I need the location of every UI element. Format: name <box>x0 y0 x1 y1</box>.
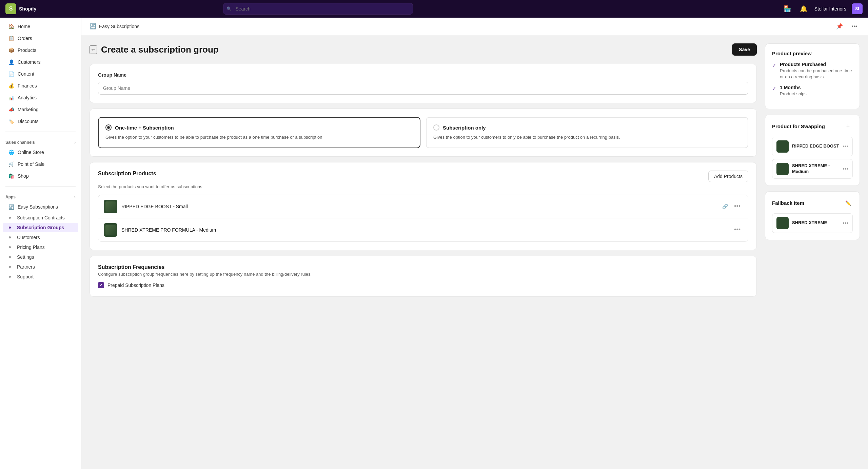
swap-product-name-2: SHRED XTREME - Medium <box>792 163 839 175</box>
prepaid-checkbox[interactable] <box>98 282 104 288</box>
sidebar-item-settings[interactable]: Settings <box>3 252 78 262</box>
page-title-row: ← Create a subscription group <box>90 44 219 55</box>
sidebar-item-content[interactable]: 📄 Content <box>3 68 78 80</box>
page-main: ← Create a subscription group Save Group… <box>90 43 757 461</box>
app-header-bar: 🔄 Easy Subscriptions 📌 ••• <box>81 18 868 35</box>
sidebar-item-products[interactable]: 📦 Products <box>3 44 78 56</box>
sales-channels-section: Sales channels › 🌐 Online Store 🛒 Point … <box>0 133 81 185</box>
store-name: Stellar Interiors <box>814 6 846 12</box>
swap-menu-btn-1[interactable]: ••• <box>843 143 848 150</box>
sidebar: 🏠 Home 📋 Orders 📦 Products 👤 Customers 📄… <box>0 18 81 469</box>
purchase-option-one-time[interactable]: One-time + Subscription Gives the option… <box>98 117 420 148</box>
sidebar-item-point-of-sale[interactable]: 🛒 Point of Sale <box>3 158 78 170</box>
sidebar-item-finances[interactable]: 💰 Finances <box>3 80 78 92</box>
check-content-2: 1 Months Product ships <box>780 85 807 97</box>
partners-label: Partners <box>17 264 35 270</box>
group-name-card: Group Name <box>90 64 757 103</box>
sidebar-item-customers[interactable]: 👤 Customers <box>3 56 78 68</box>
product-menu-button-1[interactable]: ••• <box>732 202 743 211</box>
swap-menu-btn-2[interactable]: ••• <box>843 166 848 172</box>
sidebar-item-orders[interactable]: 📋 Orders <box>3 33 78 44</box>
sidebar-item-subscription-groups[interactable]: Subscription Groups <box>3 223 78 232</box>
add-swap-button[interactable]: + <box>843 122 853 131</box>
sidebar-item-shop[interactable]: 🛍️ Shop <box>3 170 78 182</box>
expand-icon: › <box>74 140 76 145</box>
more-options-button[interactable]: ••• <box>849 21 860 32</box>
content-icon: 📄 <box>8 71 14 77</box>
fallback-thumb <box>776 217 789 229</box>
product-link-icon[interactable]: 🔗 <box>722 204 728 209</box>
product-preview-card: Product preview ✓ Products Purchased Pro… <box>765 43 860 109</box>
search-bar-container <box>223 3 413 15</box>
prepaid-checkbox-row: Prepaid Subscription Plans <box>98 282 748 288</box>
frequencies-section-header: Subscription Frequencies <box>98 264 748 270</box>
sidebar-item-label: Orders <box>18 36 32 41</box>
sidebar-item-analytics[interactable]: 📊 Analytics <box>3 92 78 103</box>
settings-label: Settings <box>17 254 34 260</box>
app-header-right: 📌 ••• <box>834 21 860 32</box>
apps-header[interactable]: Apps › <box>0 192 81 201</box>
fallback-header-row: Fallback Item ✏️ <box>772 198 853 208</box>
frequencies-section-desc: Configure subscription group frequencies… <box>98 272 748 277</box>
sidebar-item-customers-sub[interactable]: Customers <box>3 233 78 242</box>
purchase-type-grid: One-time + Subscription Gives the option… <box>98 117 748 148</box>
product-name-1: RIPPED EDGE BOOST - Small <box>121 204 718 209</box>
search-input[interactable] <box>223 3 413 15</box>
product-menu-button-2[interactable]: ••• <box>732 226 743 234</box>
sidebar-item-label: Finances <box>18 83 37 89</box>
products-section-title-group: Subscription Products <box>98 171 156 177</box>
sidebar-item-label: Marketing <box>18 107 38 112</box>
sidebar-item-pricing-plans[interactable]: Pricing Plans <box>3 242 78 252</box>
products-icon: 📦 <box>8 47 14 53</box>
swap-item-1: RIPPED EDGE BOOST ••• <box>772 137 853 156</box>
avatar[interactable]: SI <box>852 3 863 14</box>
fallback-edit-button[interactable]: ✏️ <box>843 198 853 208</box>
fallback-item: SHRED XTREME ••• <box>772 213 853 233</box>
purchase-type-card: One-time + Subscription Gives the option… <box>90 109 757 157</box>
shopify-logo[interactable]: S Shopify <box>5 3 36 14</box>
store-icon[interactable]: 🏪 <box>782 3 793 14</box>
product-thumb-image <box>105 201 116 212</box>
sidebar-item-support[interactable]: Support <box>3 272 78 281</box>
shopify-icon: S <box>5 3 16 14</box>
swapping-header-row: Product for Swapping + <box>772 122 853 131</box>
check-content-1: Products Purchased Products can be purch… <box>780 62 853 80</box>
swapping-title: Product for Swapping <box>772 123 825 129</box>
check-desc-2: Product ships <box>780 91 807 97</box>
apps-label: Apps <box>5 195 16 199</box>
customers-sub-label: Customers <box>17 235 40 240</box>
discounts-icon: 🏷️ <box>8 118 14 124</box>
sidebar-item-partners[interactable]: Partners <box>3 262 78 272</box>
sidebar-item-discounts[interactable]: 🏷️ Discounts <box>3 116 78 127</box>
save-button[interactable]: Save <box>732 43 757 56</box>
fallback-item-card: Fallback Item ✏️ SHRED XTREME ••• <box>765 191 860 240</box>
sidebar-item-easy-subscriptions[interactable]: 🔄 Easy Subscriptions <box>3 201 78 213</box>
group-name-label: Group Name <box>98 72 748 78</box>
add-products-button[interactable]: Add Products <box>708 171 748 182</box>
fallback-product-name: SHRED XTREME <box>792 220 839 226</box>
section-title-frequencies: Subscription Frequencies <box>98 264 164 270</box>
sidebar-item-marketing[interactable]: 📣 Marketing <box>3 104 78 115</box>
apps-expand-icon: › <box>74 195 76 199</box>
sidebar-item-label: Discounts <box>18 119 38 124</box>
online-store-icon: 🌐 <box>8 149 14 155</box>
sales-channels-header[interactable]: Sales channels › <box>0 137 81 146</box>
sidebar-item-online-store[interactable]: 🌐 Online Store <box>3 146 78 158</box>
fallback-menu-btn[interactable]: ••• <box>843 220 848 226</box>
product-thumbnail-2 <box>104 223 117 237</box>
sub-groups-label: Subscription Groups <box>17 225 64 230</box>
purchase-option-header-2: Subscription only <box>433 124 741 131</box>
group-name-input[interactable] <box>98 82 748 95</box>
sidebar-item-home[interactable]: 🏠 Home <box>3 21 78 32</box>
pin-button[interactable]: 📌 <box>834 21 845 32</box>
product-name-2: SHRED XTREME PRO FORMULA - Medium <box>121 227 728 233</box>
back-button[interactable]: ← <box>90 45 97 54</box>
radio-empty <box>433 124 439 131</box>
bell-icon[interactable]: 🔔 <box>798 3 809 14</box>
app-header-left: 🔄 Easy Subscriptions <box>90 23 139 30</box>
sidebar-item-subscription-contracts[interactable]: Subscription Contracts <box>3 213 78 222</box>
purchase-option-subscription-only[interactable]: Subscription only Gives the option to yo… <box>426 117 748 148</box>
preview-check-item-2: ✓ 1 Months Product ships <box>772 85 853 97</box>
swap-item-2: SHRED XTREME - Medium ••• <box>772 159 853 179</box>
sidebar-item-label: Easy Subscriptions <box>18 204 58 210</box>
